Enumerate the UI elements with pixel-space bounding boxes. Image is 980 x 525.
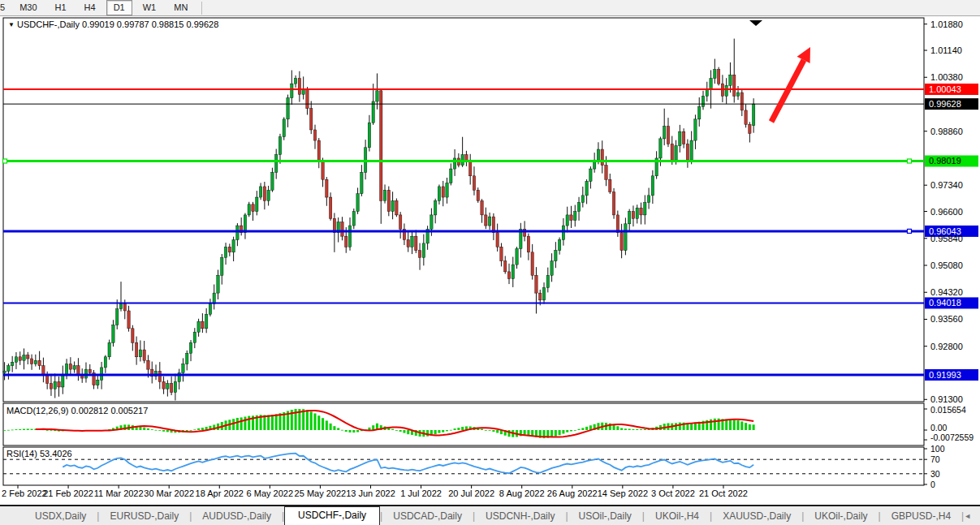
timeframe-button-m30[interactable]: M30 (12, 0, 44, 15)
tab-usdchf-daily[interactable]: USDCHF-,Daily (284, 506, 380, 525)
hline-handle[interactable] (908, 159, 912, 163)
price-axis-label: 0.98860 (930, 127, 963, 136)
chart-symbol-period: USDCHF-,Daily (17, 19, 80, 29)
price-axis-label: 0.94320 (930, 287, 963, 297)
date-axis-label: 3 Oct 2022 (651, 488, 695, 498)
date-axis-label: 25 May 2022 (295, 488, 347, 498)
chart-ohlc-values: 0.99019 0.99787 0.98815 0.99628 (82, 19, 218, 29)
price-axis-label: 1.00380 (930, 72, 963, 82)
tab-gbpusd-h4[interactable]: GBPUSD-,H4 (881, 508, 961, 525)
mt4-chart-window: 5M30H1H4D1W1MN ▼ USDCHF-,Daily 0.99019 0… (0, 0, 980, 525)
price-axis-label: 0.95080 (930, 260, 963, 270)
macd-axis-label: 0.00 (930, 423, 948, 432)
date-axis-label: 21 Feb 2022 (43, 488, 93, 498)
tab-scroll-left-icon[interactable]: ◄ (964, 512, 971, 520)
date-axis-label: 30 Mar 2022 (144, 488, 194, 498)
rsi-axis-label: 30 (930, 469, 940, 479)
tab-usdcnh-daily[interactable]: USDCNH-,Daily (475, 508, 565, 525)
date-axis-label: 11 Mar 2022 (94, 488, 144, 498)
chart-pane[interactable] (3, 18, 924, 402)
price-axis-label: 0.92800 (930, 342, 963, 351)
date-axis-label: 18 Apr 2022 (196, 488, 244, 498)
tab-xauusd-daily[interactable]: XAUUSD-,Daily (712, 508, 801, 525)
price-axis-label: 1.01140 (930, 45, 962, 55)
hline-handle[interactable] (908, 229, 912, 233)
price-badge-label: 0.91993 (929, 370, 961, 380)
date-axis-label: 8 Aug 2022 (499, 488, 545, 498)
macd-axis-label: -0.0072559 (930, 432, 974, 442)
rsi-axis-label: 0 (930, 480, 935, 489)
date-axis-label: 1 Jul 2022 (400, 488, 442, 498)
toolbar-divider (201, 2, 202, 15)
timeframe-button-mn[interactable]: MN (166, 0, 195, 15)
tab-ukoil-h4[interactable]: UKOil-,H4 (645, 508, 710, 525)
rsi-indicator-label: RSI(14) 53.4026 (6, 449, 72, 458)
date-axis-label: 6 May 2022 (247, 488, 293, 498)
price-axis-label: 1.01880 (930, 19, 963, 29)
rsi-axis-label: 100 (930, 444, 945, 454)
tab-eurusd-daily[interactable]: EURUSD-,Daily (99, 508, 189, 525)
symbol-tab-bar: USDX,Daily|EURUSD-,Daily|AUDUSD-,Daily|U… (0, 505, 980, 525)
price-axis-label: 0.91300 (930, 394, 963, 404)
price-axis-label: 0.97340 (930, 180, 963, 190)
timeframe-toolbar: 5M30H1H4D1W1MN (0, 0, 980, 16)
date-axis-label: 20 Jul 2022 (448, 488, 494, 498)
date-axis-label: 2 Feb 2022 (2, 488, 47, 498)
macd-axis-label: 0.015654 (930, 405, 966, 415)
price-badge-label: 0.98019 (929, 156, 961, 166)
rsi-axis-label: 70 (930, 454, 940, 464)
timeframe-button-d1[interactable]: D1 (106, 0, 132, 15)
tab-audusd-daily[interactable]: AUDUSD-,Daily (192, 508, 282, 525)
date-axis-label: 13 Jun 2022 (346, 488, 395, 498)
timeframe-button-h4[interactable]: H4 (77, 0, 103, 15)
tab-ukoil-daily[interactable]: UKOil-,Daily (804, 508, 878, 525)
tab-usoil-daily[interactable]: USOil-,Daily (568, 508, 642, 525)
price-badge-label: 1.00043 (929, 84, 961, 94)
price-badge-label: 0.99628 (929, 99, 961, 109)
tab-usdx-daily[interactable]: USDX,Daily (24, 508, 97, 525)
symbol-dropdown-icon[interactable]: ▼ (8, 21, 15, 28)
date-axis-label: 26 Aug 2022 (547, 488, 598, 498)
price-axis-label: 0.93560 (930, 314, 963, 324)
price-axis-label: 0.96600 (930, 207, 963, 217)
macd-indicator-label: MACD(12,26,9) 0.002812 0.005217 (6, 406, 148, 415)
chart-info-line: ▼ USDCHF-,Daily 0.99019 0.99787 0.98815 … (8, 19, 218, 29)
price-badge-label: 0.94018 (929, 298, 961, 308)
tab-usdcad-daily[interactable]: USDCAD-,Daily (382, 508, 473, 525)
timeframe-button-h1[interactable]: H1 (48, 0, 74, 15)
chart-canvas[interactable]: 1.000430.996280.980190.960430.940180.919… (0, 16, 980, 505)
date-axis-label: 21 Oct 2022 (699, 488, 748, 498)
date-axis-label: 14 Sep 2022 (598, 488, 648, 498)
timeframe-button-clipped[interactable]: 5 (0, 0, 9, 15)
timeframe-button-w1[interactable]: W1 (136, 0, 164, 15)
price-axis-label: 0.95840 (930, 234, 963, 243)
hline-handle[interactable] (3, 159, 7, 163)
